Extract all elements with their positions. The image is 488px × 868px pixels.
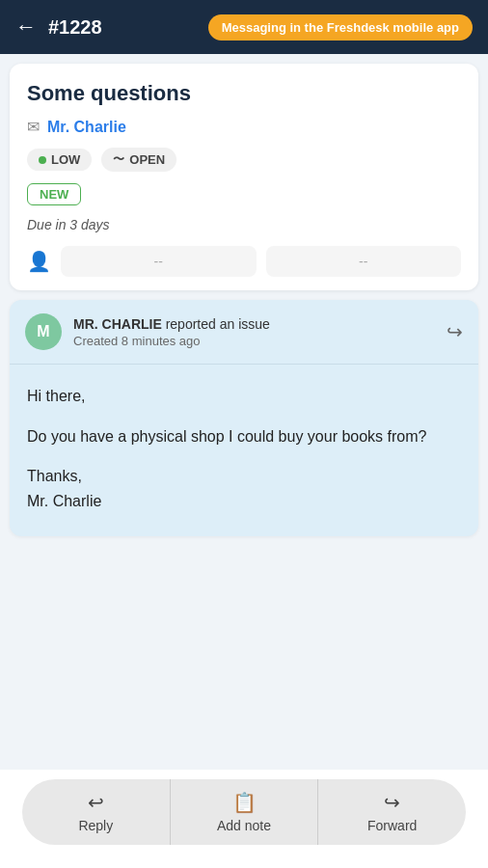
reply-label: Reply bbox=[78, 818, 113, 833]
priority-dot bbox=[39, 156, 46, 164]
message-line1: Hi there, bbox=[27, 384, 461, 409]
message-line2: Do you have a physical shop I could buy … bbox=[27, 424, 461, 449]
reporter-suffix: reported an issue bbox=[166, 316, 270, 332]
header: ← #1228 Messaging in the Freshdesk mobil… bbox=[0, 0, 488, 54]
bottom-spacer bbox=[0, 546, 488, 642]
badges-row: LOW 〜 OPEN bbox=[27, 148, 461, 172]
assign-row: 👤 -- -- bbox=[27, 246, 461, 277]
forward-icon: ↪ bbox=[384, 791, 400, 814]
forward-label: Forward bbox=[367, 818, 417, 833]
priority-label: LOW bbox=[51, 152, 80, 167]
requester-name[interactable]: Mr. Charlie bbox=[47, 119, 126, 136]
note-icon: 📋 bbox=[232, 791, 257, 814]
wave-icon: 〜 bbox=[113, 151, 124, 168]
reporter-name: MR. CHARLIE bbox=[73, 316, 162, 332]
priority-badge[interactable]: LOW bbox=[27, 149, 92, 171]
requester-row: ✉ Mr. Charlie bbox=[27, 118, 461, 136]
add-note-button[interactable]: 📋 Add note bbox=[171, 779, 319, 845]
thread-card: M MR. CHARLIE reported an issue Created … bbox=[10, 300, 478, 536]
group-field[interactable]: -- bbox=[266, 246, 462, 277]
reply-icon: ↩ bbox=[88, 791, 104, 814]
email-icon: ✉ bbox=[27, 118, 40, 136]
add-note-label: Add note bbox=[217, 818, 271, 833]
ticket-id: #1228 bbox=[48, 16, 197, 39]
ticket-card: Some questions ✉ Mr. Charlie LOW 〜 OPEN … bbox=[10, 64, 478, 290]
thread-header: M MR. CHARLIE reported an issue Created … bbox=[10, 300, 478, 365]
ticket-title: Some questions bbox=[27, 81, 461, 106]
person-icon: 👤 bbox=[27, 250, 51, 273]
tag-badge[interactable]: NEW bbox=[27, 183, 81, 205]
reply-button[interactable]: ↩ Reply bbox=[22, 779, 171, 845]
action-pill: ↩ Reply 📋 Add note ↪ Forward bbox=[22, 779, 466, 845]
thread-reporter: MR. CHARLIE reported an issue bbox=[73, 316, 435, 332]
status-label: OPEN bbox=[129, 152, 165, 167]
thread-meta: MR. CHARLIE reported an issue Created 8 … bbox=[73, 316, 435, 348]
status-badge[interactable]: 〜 OPEN bbox=[101, 148, 176, 172]
bottom-bar: ↩ Reply 📋 Add note ↪ Forward bbox=[0, 770, 488, 868]
assignee-field[interactable]: -- bbox=[61, 246, 257, 277]
message-line3: Thanks, Mr. Charlie bbox=[27, 464, 461, 513]
forward-button[interactable]: ↪ Forward bbox=[318, 779, 466, 845]
banner-pill: Messaging in the Freshdesk mobile app bbox=[208, 14, 473, 41]
due-date: Due in 3 days bbox=[27, 217, 461, 232]
avatar: M bbox=[25, 313, 62, 350]
back-button[interactable]: ← bbox=[15, 14, 37, 40]
thread-time: Created 8 minutes ago bbox=[73, 334, 435, 348]
reply-arrow-icon[interactable]: ↪ bbox=[447, 320, 463, 343]
message-body: Hi there, Do you have a physical shop I … bbox=[10, 365, 478, 536]
